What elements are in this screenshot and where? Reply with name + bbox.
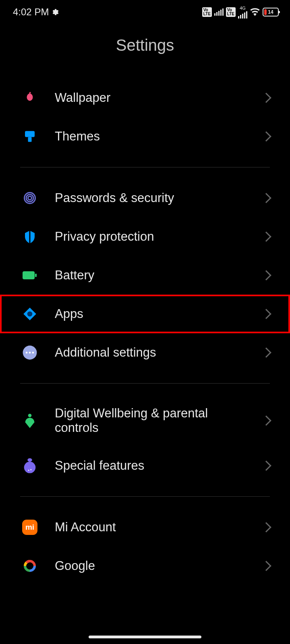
settings-item-wallpaper[interactable]: Wallpaper <box>0 78 290 117</box>
settings-item-wellbeing[interactable]: Digital Wellbeing & parental controls <box>0 395 290 446</box>
chevron-right-icon <box>261 309 271 319</box>
settings-item-apps[interactable]: Apps <box>0 295 290 333</box>
svg-rect-7 <box>35 274 37 277</box>
svg-point-16 <box>28 470 29 471</box>
settings-item-privacy[interactable]: Privacy protection <box>0 217 290 256</box>
chevron-right-icon <box>261 460 271 471</box>
wellbeing-icon <box>22 413 38 429</box>
item-label: Battery <box>55 268 246 283</box>
chevron-right-icon <box>261 347 271 357</box>
divider <box>20 383 270 384</box>
signal-bars-1 <box>214 8 224 16</box>
battery-icon: 14 <box>263 8 279 17</box>
svg-point-3 <box>28 196 32 200</box>
item-label: Google <box>55 559 246 573</box>
item-label: Special features <box>55 458 246 473</box>
settings-item-battery[interactable]: Battery <box>0 256 290 295</box>
header: Settings <box>0 24 290 78</box>
status-left: 4:02 PM <box>13 6 59 18</box>
item-label: Wallpaper <box>55 91 246 105</box>
apps-icon <box>22 306 38 322</box>
chevron-right-icon <box>261 131 271 141</box>
item-label: Privacy protection <box>55 229 246 244</box>
signal-group-2: 4G <box>238 6 247 19</box>
shield-icon <box>22 229 38 245</box>
fingerprint-icon <box>22 190 38 206</box>
settings-item-additional[interactable]: Additional settings <box>0 333 290 372</box>
chevron-right-icon <box>261 270 271 280</box>
item-label: Mi Account <box>55 520 246 535</box>
wallpaper-icon <box>22 90 38 106</box>
volte-badge-1: VoLTE <box>202 7 212 17</box>
wifi-icon <box>250 7 260 17</box>
themes-icon <box>22 128 38 144</box>
status-right: VoLTE VoLTE 4G 14 <box>202 6 279 19</box>
divider <box>20 167 270 167</box>
svg-point-15 <box>24 462 36 473</box>
chevron-right-icon <box>261 522 271 532</box>
page-title: Settings <box>0 36 290 54</box>
svg-point-11 <box>29 352 31 354</box>
svg-point-12 <box>32 352 34 354</box>
chevron-right-icon <box>261 193 271 203</box>
settings-item-special[interactable]: Special features <box>0 446 290 485</box>
google-icon <box>22 558 38 574</box>
item-label: Apps <box>55 307 246 321</box>
battery-icon <box>22 267 38 283</box>
item-label: Digital Wellbeing & parental controls <box>55 406 246 435</box>
more-icon <box>22 345 38 361</box>
signal-bars-2 <box>238 11 247 19</box>
mi-icon: mi <box>22 519 38 535</box>
svg-point-10 <box>26 352 28 354</box>
settings-item-google[interactable]: Google <box>0 547 290 585</box>
settings-item-passwords[interactable]: Passwords & security <box>0 179 290 217</box>
status-time: 4:02 PM <box>13 6 49 18</box>
network-label: 4G <box>240 6 246 10</box>
chevron-right-icon <box>261 415 271 425</box>
volte-badge-2: VoLTE <box>226 7 236 17</box>
home-indicator[interactable] <box>89 636 201 638</box>
settings-item-mi-account[interactable]: mi Mi Account <box>0 508 290 547</box>
settings-item-themes[interactable]: Themes <box>0 117 290 156</box>
item-label: Additional settings <box>55 345 246 360</box>
chevron-right-icon <box>261 231 271 242</box>
svg-point-4 <box>26 194 33 202</box>
svg-rect-1 <box>25 131 35 137</box>
item-label: Passwords & security <box>55 191 246 205</box>
special-icon <box>22 458 38 474</box>
settings-list: Wallpaper Themes Passwords & security <box>0 78 290 585</box>
svg-rect-6 <box>23 271 35 279</box>
svg-point-13 <box>28 414 32 417</box>
item-label: Themes <box>55 129 246 144</box>
svg-point-14 <box>27 458 32 462</box>
svg-rect-2 <box>28 137 32 142</box>
status-bar: 4:02 PM VoLTE VoLTE 4G 14 <box>0 0 290 24</box>
battery-level: 14 <box>268 9 273 15</box>
svg-point-17 <box>30 469 31 471</box>
svg-text:mi: mi <box>25 523 34 531</box>
svg-point-0 <box>27 94 33 101</box>
divider <box>20 496 270 497</box>
chevron-right-icon <box>261 561 271 571</box>
svg-point-8 <box>27 312 33 317</box>
chevron-right-icon <box>261 93 271 103</box>
gear-icon <box>52 8 59 16</box>
